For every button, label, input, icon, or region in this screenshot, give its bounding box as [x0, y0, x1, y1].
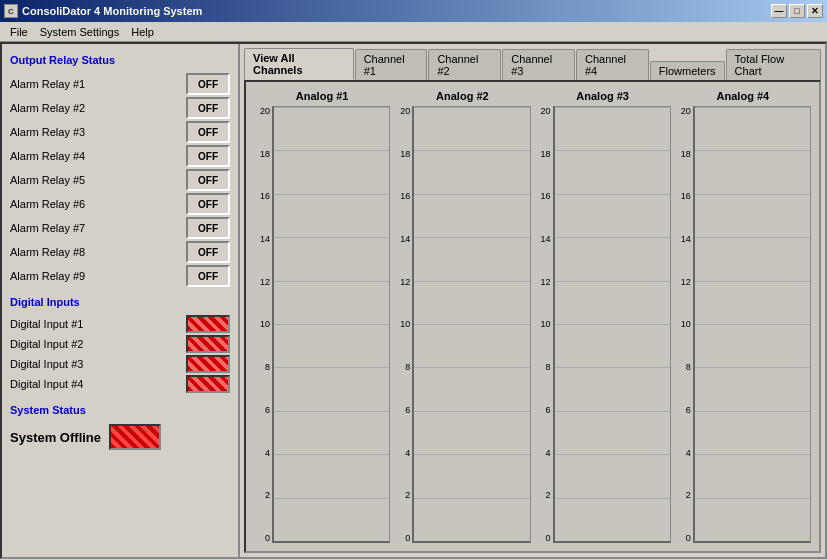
system-offline-text: System Offline [10, 430, 101, 445]
window-icon: C [4, 4, 18, 18]
tab-6[interactable]: Total Flow Chart [726, 49, 821, 80]
relay-button-1[interactable]: OFF [186, 73, 230, 95]
relay-row: Alarm Relay #2 OFF [10, 96, 230, 120]
relay-row: Alarm Relay #6 OFF [10, 192, 230, 216]
digital-label-4: Digital Input #4 [10, 378, 83, 390]
relay-row: Alarm Relay #4 OFF [10, 144, 230, 168]
chart-title-4: Analog #4 [717, 90, 770, 102]
relay-section-title: Output Relay Status [10, 54, 230, 66]
relay-button-8[interactable]: OFF [186, 241, 230, 263]
left-panel: Output Relay Status Alarm Relay #1 OFF A… [2, 44, 240, 557]
digital-indicator-2 [186, 335, 230, 353]
digital-input-row: Digital Input #2 [10, 334, 230, 354]
relay-label-9: Alarm Relay #9 [10, 270, 85, 282]
relay-label-1: Alarm Relay #1 [10, 78, 85, 90]
chart-title-2: Analog #2 [436, 90, 489, 102]
tab-5[interactable]: Flowmeters [650, 61, 725, 80]
relay-label-5: Alarm Relay #5 [10, 174, 85, 186]
relay-rows: Alarm Relay #1 OFF Alarm Relay #2 OFF Al… [10, 72, 230, 288]
y-axis-4: 20181614121086420 [675, 106, 693, 543]
digital-label-1: Digital Input #1 [10, 318, 83, 330]
relay-label-4: Alarm Relay #4 [10, 150, 85, 162]
digital-input-row: Digital Input #1 [10, 314, 230, 334]
digital-label-3: Digital Input #3 [10, 358, 83, 370]
menu-help[interactable]: Help [125, 24, 160, 40]
chart-plot-area-3 [553, 106, 671, 543]
digital-input-row: Digital Input #4 [10, 374, 230, 394]
chart-graph-1: 20181614121086420 [254, 106, 390, 543]
menu-bar: File System Settings Help [0, 22, 827, 42]
y-axis-1: 20181614121086420 [254, 106, 272, 543]
tab-2[interactable]: Channel #2 [428, 49, 501, 80]
chart-plot-area-1 [272, 106, 390, 543]
relay-row: Alarm Relay #7 OFF [10, 216, 230, 240]
chart-area: Analog #120181614121086420Analog #220181… [244, 80, 821, 553]
y-axis-2: 20181614121086420 [394, 106, 412, 543]
chart-column-4: Analog #420181614121086420 [675, 90, 811, 543]
digital-rows: Digital Input #1 Digital Input #2 Digita… [10, 314, 230, 394]
tab-3[interactable]: Channel #3 [502, 49, 575, 80]
relay-row: Alarm Relay #5 OFF [10, 168, 230, 192]
charts-container: Analog #120181614121086420Analog #220181… [254, 90, 811, 543]
window-title: ConsoliDator 4 Monitoring System [22, 5, 771, 17]
system-offline-row: System Offline [10, 424, 230, 450]
chart-title-3: Analog #3 [576, 90, 629, 102]
tab-4[interactable]: Channel #4 [576, 49, 649, 80]
tab-0[interactable]: View All Channels [244, 48, 354, 80]
relay-button-4[interactable]: OFF [186, 145, 230, 167]
relay-label-7: Alarm Relay #7 [10, 222, 85, 234]
digital-label-2: Digital Input #2 [10, 338, 83, 350]
chart-graph-3: 20181614121086420 [535, 106, 671, 543]
relay-button-2[interactable]: OFF [186, 97, 230, 119]
relay-button-6[interactable]: OFF [186, 193, 230, 215]
maximize-button[interactable]: □ [789, 4, 805, 18]
digital-indicator-4 [186, 375, 230, 393]
right-panel: View All ChannelsChannel #1Channel #2Cha… [240, 44, 825, 557]
relay-label-2: Alarm Relay #2 [10, 102, 85, 114]
chart-plot-area-2 [412, 106, 530, 543]
offline-indicator [109, 424, 161, 450]
relay-row: Alarm Relay #8 OFF [10, 240, 230, 264]
relay-row: Alarm Relay #9 OFF [10, 264, 230, 288]
chart-column-1: Analog #120181614121086420 [254, 90, 390, 543]
chart-column-2: Analog #220181614121086420 [394, 90, 530, 543]
relay-button-3[interactable]: OFF [186, 121, 230, 143]
minimize-button[interactable]: — [771, 4, 787, 18]
digital-indicator-3 [186, 355, 230, 373]
digital-indicator-1 [186, 315, 230, 333]
tabs-container: View All ChannelsChannel #1Channel #2Cha… [244, 48, 821, 80]
relay-button-5[interactable]: OFF [186, 169, 230, 191]
title-bar-buttons: — □ ✕ [771, 4, 823, 18]
menu-file[interactable]: File [4, 24, 34, 40]
chart-graph-4: 20181614121086420 [675, 106, 811, 543]
chart-title-1: Analog #1 [296, 90, 349, 102]
tab-1[interactable]: Channel #1 [355, 49, 428, 80]
relay-row: Alarm Relay #3 OFF [10, 120, 230, 144]
chart-plot-area-4 [693, 106, 811, 543]
relay-row: Alarm Relay #1 OFF [10, 72, 230, 96]
chart-graph-2: 20181614121086420 [394, 106, 530, 543]
digital-input-row: Digital Input #3 [10, 354, 230, 374]
system-status-title: System Status [10, 404, 230, 416]
relay-label-3: Alarm Relay #3 [10, 126, 85, 138]
close-button[interactable]: ✕ [807, 4, 823, 18]
relay-button-7[interactable]: OFF [186, 217, 230, 239]
y-axis-3: 20181614121086420 [535, 106, 553, 543]
chart-column-3: Analog #320181614121086420 [535, 90, 671, 543]
relay-button-9[interactable]: OFF [186, 265, 230, 287]
digital-section-title: Digital Inputs [10, 296, 230, 308]
tab-bar: View All ChannelsChannel #1Channel #2Cha… [240, 44, 825, 80]
relay-label-6: Alarm Relay #6 [10, 198, 85, 210]
relay-label-8: Alarm Relay #8 [10, 246, 85, 258]
title-bar: C ConsoliDator 4 Monitoring System — □ ✕ [0, 0, 827, 22]
menu-system-settings[interactable]: System Settings [34, 24, 125, 40]
main-window: Output Relay Status Alarm Relay #1 OFF A… [0, 42, 827, 559]
